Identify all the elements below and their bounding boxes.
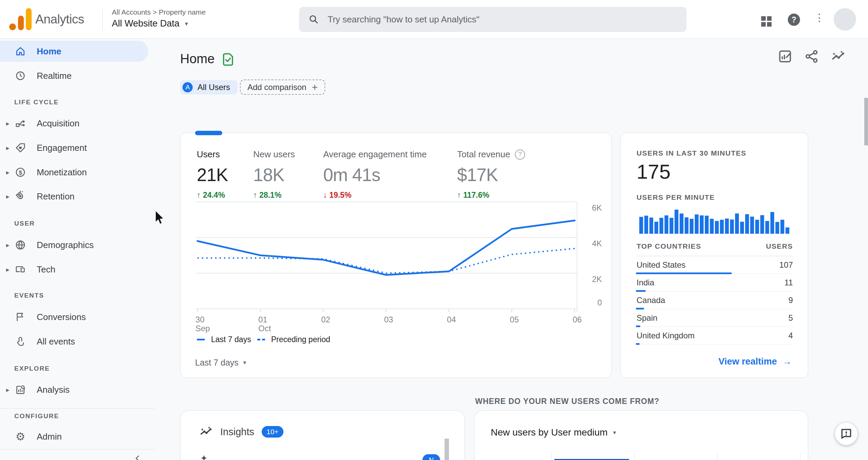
insights-card: Insights 10+ N [180,410,465,460]
date-range-selector[interactable]: Last 7 days ▾ [195,358,246,368]
expand-arrow-icon[interactable]: ▸ [6,241,10,249]
sidebar-item-conversions[interactable]: Conversions [0,306,155,328]
apps-grid-icon[interactable] [759,14,774,29]
customize-report-icon[interactable] [778,49,793,64]
expand-arrow-icon[interactable]: ▸ [6,120,10,127]
arrow-right-icon: → [782,356,792,367]
sidebar-item-admin[interactable]: ⚙ Admin [0,426,155,447]
search-icon [309,14,319,24]
metric-new-users[interactable]: New users 18K ↑ 28.1% [253,149,295,200]
users-trend-chart[interactable]: 02K4K6K30Sep01Oct0203040506 [180,198,612,334]
add-comparison-button[interactable]: Add comparison + [240,79,325,95]
metric-value: 0m 41s [323,164,427,185]
expand-arrow-icon[interactable]: ▸ [6,266,10,273]
sidebar-item-realtime[interactable]: Realtime [0,65,155,86]
clock-icon [14,69,27,83]
search-input[interactable] [328,14,677,25]
metric-engagement-time[interactable]: Average engagement time 0m 41s ↓ 19.5% [323,149,427,200]
analytics-logo-icon [9,8,32,31]
expand-arrow-icon[interactable]: ▸ [6,386,10,394]
sidebar-item-all-events[interactable]: All events [0,331,155,352]
touch-icon [14,335,27,348]
view-realtime-link[interactable]: View realtime → [718,356,792,367]
breadcrumb-current[interactable]: Property name [159,8,206,16]
collapse-sidebar-icon[interactable] [133,454,142,460]
metric-users[interactable]: Users 21K ↑ 24.4% [197,149,228,200]
feedback-button[interactable] [835,423,857,445]
page-scrollbar-thumb[interactable] [864,98,868,145]
legend-dotted-swatch [257,339,265,340]
plus-icon: + [312,82,318,93]
audience-chip-label: All Users [197,83,230,92]
help-icon[interactable]: ? [515,149,525,160]
legend-solid-swatch [197,339,205,340]
audience-chip-all-users[interactable]: A All Users [180,80,238,94]
sidebar-item-retention[interactable]: ▸ Retention [0,186,155,207]
sidebar-item-home[interactable]: Home [0,41,155,62]
share-icon[interactable] [804,49,819,64]
sidebar-item-engagement[interactable]: ▸ Engagement [0,137,155,158]
property-selector[interactable]: All Website Data ▾ [112,18,188,29]
countries-column-header: TOP COUNTRIES [637,242,701,250]
sidebar-item-monetization[interactable]: ▸ $ Monetization [0,162,155,183]
country-users: 4 [788,331,793,340]
retention-magnet-icon [14,190,27,203]
sidebar-item-label: Admin [37,431,62,442]
flag-icon [14,310,27,324]
insights-partial-button[interactable]: N [422,454,440,460]
new-users-card: New users by User medium ▾ [474,410,808,460]
sparkle-icon [198,454,210,460]
breadcrumb-root[interactable]: All Accounts [112,8,151,16]
new-users-card-title[interactable]: New users by User medium ▾ [491,427,616,438]
metric-value: 21K [197,164,228,185]
country-name: India [637,278,654,287]
country-name: United Kingdom [637,331,695,340]
expand-arrow-icon[interactable]: ▸ [6,193,10,200]
sidebar-item-analysis[interactable]: ▸ Analysis [0,379,155,400]
svg-text:02: 02 [321,315,330,324]
page-title: Home [180,52,214,66]
audience-chip-letter: A [183,82,193,92]
sidebar-section-explore: EXPLORE [14,365,50,372]
country-users: 5 [788,313,793,323]
acquisition-icon [14,117,27,130]
search-bar[interactable] [299,7,687,32]
metric-label: Total revenue ? [457,149,525,160]
avatar[interactable] [834,8,856,31]
gridline [800,453,800,460]
svg-text:6K: 6K [592,203,602,212]
metric-label: New users [253,149,295,160]
active-card-tab-indicator[interactable] [195,131,222,135]
mouse-cursor [155,210,165,226]
sidebar-item-tech[interactable]: ▸ Tech [0,259,155,280]
insights-sparkline-icon[interactable] [831,49,846,64]
breadcrumb[interactable]: All Accounts > Property name [112,8,206,16]
metric-total-revenue[interactable]: Total revenue ? $17K ↑ 117.6% [457,149,525,200]
sidebar-item-label: Retention [37,191,74,202]
svg-text:0: 0 [597,298,602,307]
sidebar-item-acquisition[interactable]: ▸ Acquisition [0,113,155,134]
help-icon[interactable]: ? [788,14,800,26]
report-actions [778,49,846,64]
top-countries-table: TOP COUNTRIES USERS United States107Indi… [636,242,793,344]
sidebar-section-configure: CONFIGURE [14,412,59,420]
insights-title: Insights [220,426,254,438]
gridline [634,453,635,460]
expand-arrow-icon[interactable]: ▸ [6,144,10,152]
country-name: United States [637,260,685,270]
metric-label: Average engagement time [323,149,427,160]
realtime-title: USERS IN LAST 30 MINUTES [637,149,746,157]
sidebar-divider [0,449,155,449]
devices-icon [14,263,27,276]
gear-icon: ⚙ [14,430,27,443]
engagement-tag-icon [14,141,27,155]
users-per-minute-chart[interactable] [639,208,791,234]
expand-arrow-icon[interactable]: ▸ [6,169,10,176]
country-users: 9 [788,296,793,305]
insights-scrollbar[interactable] [445,439,449,460]
sidebar-item-demographics[interactable]: ▸ Demographics [0,234,155,255]
realtime-card: USERS IN LAST 30 MINUTES 175 USERS PER M… [620,132,808,378]
more-menu-icon[interactable]: ⋮ [814,12,824,23]
sidebar-item-label: Acquisition [37,118,80,129]
country-bar [636,343,640,345]
